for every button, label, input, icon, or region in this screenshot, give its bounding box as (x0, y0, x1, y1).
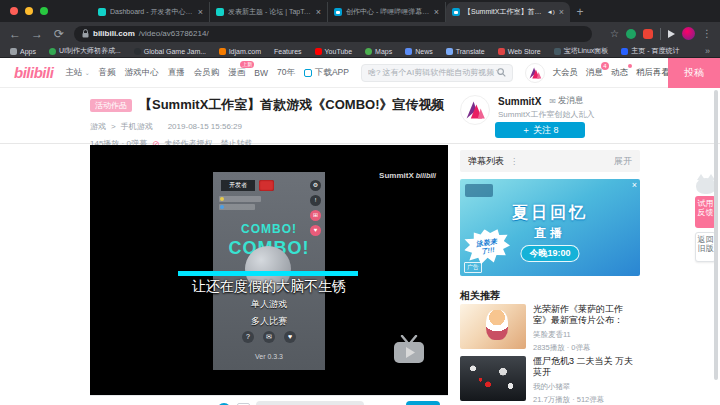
publish-time: 2019-08-15 15:56:29 (168, 122, 242, 131)
video-player[interactable]: SummitXbilibili 开发者 ⚙ ! ⊞ ♥ COMBO! COMBO… (90, 145, 448, 395)
page-scrollbar[interactable] (714, 90, 718, 380)
media-extension-icon[interactable] (668, 30, 675, 38)
bookmark-apps[interactable]: Apps (10, 48, 36, 55)
tab-bili-video-active[interactable]: 【SummitX工作室】首款游 ◄) × (446, 2, 570, 22)
bookmark-baidu-tongji[interactable]: 主页 - 百度统计 (621, 46, 679, 56)
toolbar-divider (660, 28, 661, 40)
lock-icon (82, 29, 89, 38)
tab-close-icon[interactable]: × (316, 7, 321, 17)
bookmark-ui-course[interactable]: UI制作大师初养成... (49, 46, 121, 56)
maps-icon (365, 48, 372, 55)
related-uploader[interactable]: 我的小猪翠 (533, 382, 640, 392)
maximize-window-button[interactable] (40, 7, 48, 15)
reload-icon[interactable]: ⟳ (52, 27, 66, 41)
tab-taptap-forum[interactable]: 发表新主题 - 论坛 | TapTap 发 × (210, 2, 328, 22)
related-thumbnail[interactable] (460, 304, 526, 349)
search-icon[interactable] (497, 68, 506, 77)
danmaku-input[interactable] (256, 401, 364, 405)
nav-manga[interactable]: 漫画上新 (228, 67, 245, 79)
related-video-item[interactable]: 光荣新作《莱萨的工作室》最新宣传片公布：《灼眼的 笑脸麦香11 2835播放 ·… (460, 304, 640, 350)
uploader-avatar[interactable] (460, 95, 490, 125)
related-thumbnail[interactable] (460, 356, 526, 401)
feedback-button[interactable]: 试用反馈 (695, 196, 716, 228)
category-link[interactable]: 游戏 (90, 121, 106, 132)
browser-window: Dashboard - 开发者中心 | Tap × 发表新主题 - 论坛 | T… (0, 0, 720, 405)
related-video-item[interactable]: 僵尸危机3 二夫当关 万夫莫开 我的小猪翠 21.7万播放 · 512弹幕 (460, 356, 640, 402)
minimize-window-button[interactable] (25, 7, 33, 15)
player-watermark: SummitXbilibili (379, 171, 436, 180)
bookmark-ldjam[interactable]: ldjam.com (219, 48, 261, 55)
bilibili-favicon (334, 8, 342, 16)
menu-vip[interactable]: 大会员 (553, 67, 579, 79)
related-video-title[interactable]: 僵尸危机3 二夫当关 万夫莫开 (533, 356, 640, 378)
follow-button[interactable]: ＋ 关注 8 (495, 122, 585, 138)
video-title: 【SummitX工作室】首款游戏《COMBO!》宣传视频 (139, 96, 445, 114)
tab-close-icon[interactable]: × (559, 7, 564, 17)
taptap-favicon (98, 8, 106, 16)
menu-watch-later[interactable]: 稍后再看 (636, 67, 670, 79)
danmaku-cyan-bar (178, 271, 358, 276)
nav-game-center[interactable]: 游戏中心 (125, 67, 159, 79)
search-input[interactable] (368, 68, 497, 77)
uploader-name[interactable]: SummitX (498, 96, 541, 107)
bookmark-translate[interactable]: Translate (446, 48, 485, 55)
extension-icon-green[interactable] (626, 29, 636, 39)
send-message-button[interactable]: ✉发消息 (549, 95, 583, 107)
tab-taptap-dashboard[interactable]: Dashboard - 开发者中心 | Tap × (92, 2, 210, 22)
nav-audio[interactable]: 音频 (99, 67, 116, 79)
tab-close-icon[interactable]: × (434, 7, 439, 17)
back-to-old-version-button[interactable]: 返回旧版 (695, 232, 716, 262)
nav-vip-shop[interactable]: 会员购 (194, 67, 220, 79)
extension-icon-red[interactable] (643, 29, 653, 39)
danmaku-list-expand[interactable]: 展开 (614, 155, 632, 168)
ad-close-icon[interactable]: × (632, 180, 637, 190)
bilibili-logo[interactable]: bilibili (14, 64, 53, 81)
tab-bili-creator-center[interactable]: 创作中心 - 哔哩哔哩弹幕视频网 × (328, 2, 446, 22)
window-controls (10, 7, 48, 15)
forward-icon[interactable]: → (30, 27, 44, 41)
download-app-link[interactable]: 下载APP (304, 67, 349, 79)
menu-feed[interactable]: 动态 (611, 67, 628, 79)
audio-playing-icon[interactable]: ◄) (547, 9, 555, 15)
bookmark-bt-panel[interactable]: 宝塔Linux面板 (554, 46, 609, 56)
game-dev-button: 开发者 (221, 180, 255, 191)
bookmark-youtube[interactable]: YouTube (315, 48, 353, 55)
tab-close-icon[interactable]: × (198, 7, 203, 17)
bookmark-maps[interactable]: Maps (365, 48, 392, 55)
address-bar[interactable]: bilibili.com/video/av63786214/ (74, 26, 592, 42)
bookmark-star-icon[interactable]: ☆ (610, 28, 619, 39)
bookmark-ggj[interactable]: Global Game Jam... (134, 48, 206, 55)
menu-messages[interactable]: 消息4 (586, 67, 603, 79)
browser-menu-icon[interactable]: ⋮ (702, 28, 712, 39)
app-icon (304, 69, 312, 77)
bookmark-news[interactable]: News (405, 48, 433, 55)
game-menu-multiplayer: 多人比赛 (213, 315, 325, 328)
game-share-button: ✉ (263, 331, 275, 343)
activity-badge[interactable]: 活动作品 (90, 99, 132, 112)
nav-live[interactable]: 直播 (168, 67, 185, 79)
toolbar-right: ☆ ⋮ (610, 27, 712, 40)
user-avatar[interactable] (525, 63, 545, 83)
nav-main-site[interactable]: 主站 ⌄ (65, 67, 89, 79)
gem-icon (220, 205, 224, 209)
close-window-button[interactable] (10, 7, 18, 15)
related-uploader[interactable]: 笑脸麦香11 (533, 330, 640, 340)
ad-headline: 夏日回忆 (460, 203, 640, 224)
upload-button[interactable]: 投稿 (668, 58, 720, 88)
bookmarks-overflow-icon[interactable]: » (705, 46, 710, 56)
bookmark-webstore[interactable]: Web Store (498, 48, 541, 55)
danmaku-send-button[interactable]: 发送 (406, 401, 440, 405)
live-ad-banner[interactable]: × 夏日回忆 直播 泳装来了!!! 今晚19:00 广告 (460, 179, 640, 276)
subcategory-link[interactable]: 手机游戏 (121, 121, 153, 132)
back-icon[interactable]: ← (8, 27, 22, 41)
browser-profile-avatar[interactable] (682, 27, 695, 40)
mascot-icon (696, 178, 716, 194)
bookmark-features[interactable]: Features (274, 48, 302, 55)
bookmark-favicon (219, 48, 226, 55)
nav-bw[interactable]: BW (254, 68, 268, 78)
envelope-icon: ✉ (549, 97, 556, 106)
danmaku-list-menu-icon[interactable]: ⋮ (510, 157, 518, 166)
nav-70years[interactable]: 70年 (277, 67, 295, 79)
new-tab-button[interactable]: + (570, 2, 590, 22)
related-video-title[interactable]: 光荣新作《莱萨的工作室》最新宣传片公布：《灼眼的 (533, 304, 640, 326)
